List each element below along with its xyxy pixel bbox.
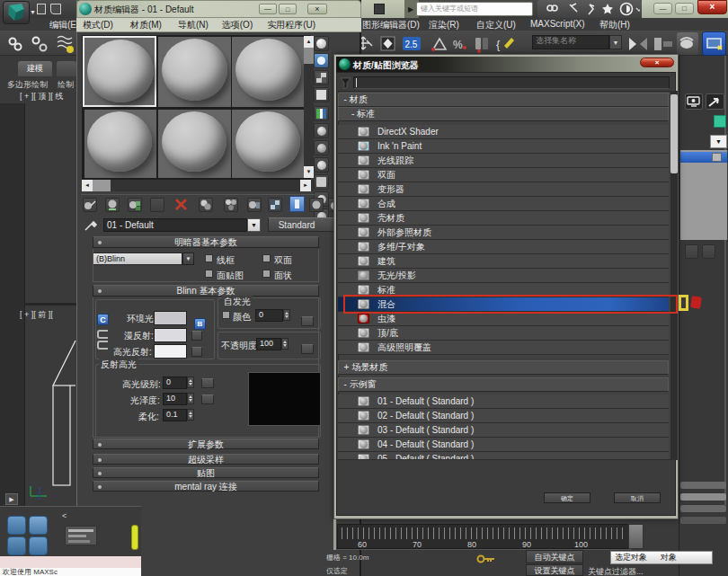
svg-text:2.5: 2.5 (405, 40, 418, 49)
svg-text:%: % (453, 39, 463, 51)
svg-text:{: { (496, 38, 501, 51)
